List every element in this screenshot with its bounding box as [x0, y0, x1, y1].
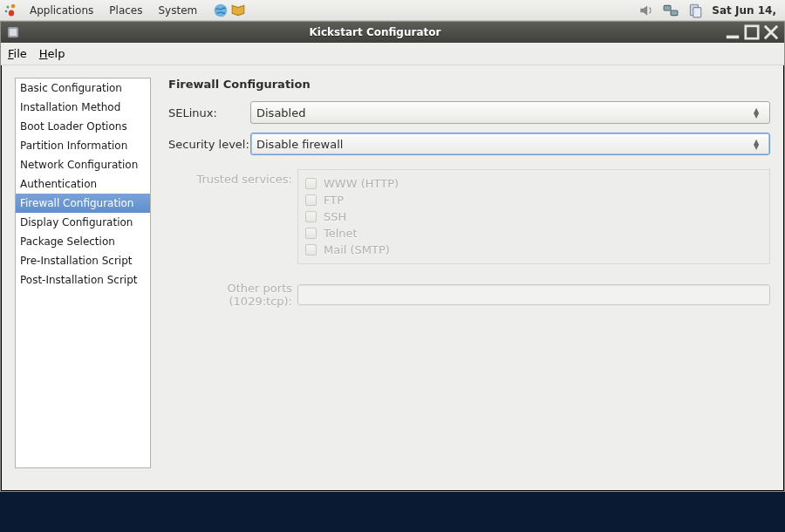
- trusted-services-label: Trusted services:: [168, 169, 297, 186]
- service-label: SSH: [324, 210, 346, 223]
- checkbox: [305, 178, 317, 189]
- minimize-button[interactable]: [725, 25, 741, 39]
- service-label: WWW (HTTP): [324, 177, 399, 190]
- svg-point-0: [11, 3, 16, 8]
- close-button[interactable]: [763, 25, 779, 39]
- selinux-combo[interactable]: Disabled ▲▼: [250, 101, 770, 124]
- trusted-service: SSH: [305, 208, 762, 225]
- svg-rect-5: [664, 5, 671, 10]
- checkbox: [305, 194, 317, 206]
- sidebar-item[interactable]: Package Selection: [16, 232, 150, 251]
- service-label: Mail (SMTP): [324, 243, 390, 256]
- panel-menu-applications[interactable]: Applications: [23, 3, 100, 18]
- sidebar-item[interactable]: Authentication: [16, 174, 150, 194]
- svg-point-2: [5, 10, 8, 12]
- other-ports-input: [297, 284, 770, 305]
- sidebar-item[interactable]: Post-Installation Script: [16, 270, 150, 290]
- network-icon[interactable]: [663, 3, 679, 18]
- sidebar-item[interactable]: Firewall Configuration: [16, 194, 150, 213]
- app-window: Kickstart Configurator File Help Basic C…: [0, 21, 785, 492]
- service-label: Telnet: [324, 227, 358, 240]
- chevron-updown-icon: ▲▼: [748, 108, 764, 118]
- checkbox: [305, 211, 317, 222]
- volume-icon[interactable]: [638, 3, 654, 18]
- svg-rect-6: [671, 10, 678, 16]
- app-icon: [6, 25, 20, 39]
- trusted-service: Telnet: [305, 225, 762, 242]
- menu-help[interactable]: Help: [39, 47, 65, 60]
- other-ports-label: Other ports (1029:tcp):: [168, 282, 297, 308]
- checkbox: [305, 244, 317, 256]
- checkbox: [305, 228, 317, 239]
- trusted-service: WWW (HTTP): [305, 175, 762, 192]
- sidebar: Basic ConfigurationInstallation MethodBo…: [15, 78, 151, 468]
- security-level-value: Disable firewall: [256, 138, 343, 151]
- window-title: Kickstart Configurator: [25, 26, 725, 38]
- selinux-label: SELinux:: [168, 106, 250, 119]
- svg-point-4: [215, 3, 228, 17]
- sidebar-item[interactable]: Boot Loader Options: [16, 117, 150, 136]
- book-icon[interactable]: [230, 3, 246, 18]
- sidebar-item[interactable]: Network Configuration: [16, 155, 150, 174]
- chevron-updown-icon: ▲▼: [748, 140, 764, 149]
- selinux-value: Disabled: [256, 106, 305, 119]
- menubar: File Help: [1, 43, 784, 65]
- titlebar: Kickstart Configurator: [1, 22, 784, 43]
- svg-rect-8: [693, 7, 701, 17]
- main-pane: Firewall Configuration SELinux: Disabled…: [168, 78, 770, 479]
- globe-icon[interactable]: [213, 3, 229, 18]
- panel-menu-places[interactable]: Places: [102, 3, 149, 18]
- bottom-panel: [0, 492, 785, 532]
- svg-rect-10: [10, 29, 17, 36]
- panel-clock[interactable]: Sat Jun 14,: [712, 4, 776, 17]
- svg-point-3: [9, 10, 14, 16]
- trusted-service: FTP: [305, 192, 762, 208]
- security-level-label: Security level:: [168, 138, 250, 151]
- svg-point-1: [6, 5, 9, 8]
- top-panel: Applications Places System Sat Jun 14,: [0, 0, 785, 21]
- page-title: Firewall Configuration: [168, 78, 770, 91]
- sidebar-item[interactable]: Pre-Installation Script: [16, 251, 150, 270]
- trusted-service: Mail (SMTP): [305, 242, 762, 258]
- svg-rect-12: [746, 26, 758, 38]
- service-label: FTP: [324, 194, 344, 207]
- security-level-combo[interactable]: Disable firewall ▲▼: [250, 133, 770, 155]
- menu-file[interactable]: File: [8, 47, 27, 60]
- maximize-button[interactable]: [744, 25, 760, 39]
- trusted-services-box: WWW (HTTP)FTPSSHTelnetMail (SMTP): [297, 169, 770, 264]
- svg-rect-11: [727, 36, 739, 39]
- sidebar-item[interactable]: Partition Information: [16, 136, 150, 155]
- clipboard-icon[interactable]: [687, 3, 703, 18]
- sidebar-item[interactable]: Installation Method: [16, 98, 150, 117]
- panel-menu-system[interactable]: System: [151, 3, 204, 18]
- sidebar-item[interactable]: Basic Configuration: [16, 78, 150, 98]
- sidebar-item[interactable]: Display Configuration: [16, 213, 150, 232]
- gnome-foot-icon: [3, 3, 17, 17]
